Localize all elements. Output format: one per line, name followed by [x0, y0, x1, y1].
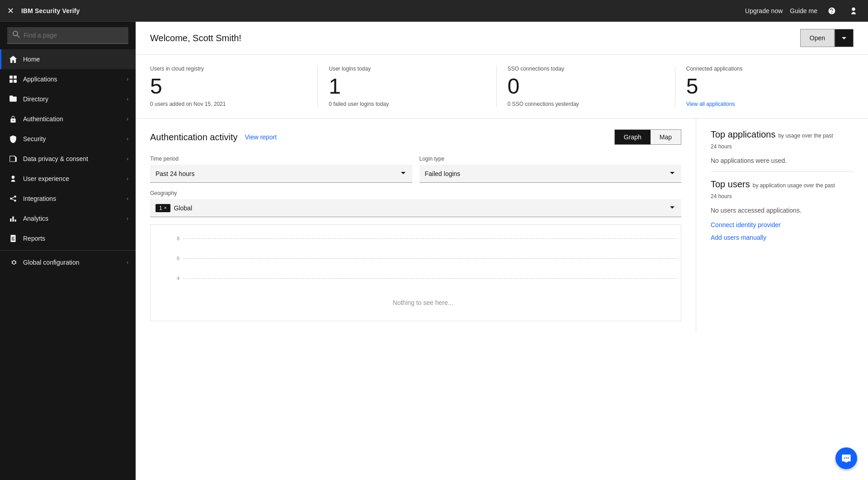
sidebar-item-global-config[interactable]: Global configuration ›: [0, 252, 136, 272]
search-input[interactable]: [24, 32, 123, 39]
stat-connected-apps-value: 5: [686, 76, 843, 97]
divider: [711, 171, 854, 172]
sidebar-item-authentication[interactable]: Authentication ›: [0, 109, 136, 129]
chevron-down-icon: ›: [127, 76, 128, 82]
graph-toggle-button[interactable]: Graph: [615, 130, 651, 144]
directory-icon: [9, 95, 18, 104]
geography-chevron: [669, 204, 676, 212]
sidebar-item-directory[interactable]: Directory ›: [0, 89, 136, 109]
svg-rect-1: [14, 76, 17, 79]
sidebar-item-integrations[interactable]: Integrations ›: [0, 189, 136, 209]
chevron-down-icon: ›: [127, 195, 128, 202]
login-type-filter: Login type Failed logins: [420, 156, 682, 183]
chart-gridline-4: 4: [169, 276, 677, 281]
auth-header: Authentication activity View report Grap…: [150, 129, 681, 145]
svg-point-4: [10, 198, 12, 200]
stat-users-cloud: Users in cloud registry 5 0 users added …: [150, 66, 318, 107]
stat-users-cloud-label: Users in cloud registry: [150, 66, 307, 72]
sidebar-item-reports[interactable]: Reports: [0, 228, 136, 248]
graph-map-toggle: Graph Map: [614, 129, 681, 145]
stat-users-cloud-value: 5: [150, 76, 307, 97]
connect-identity-provider-link[interactable]: Connect identity provider: [711, 221, 854, 228]
chevron-down-icon: ›: [127, 136, 128, 142]
top-users-subtitle-prefix: by application usage over the past: [753, 182, 835, 189]
stat-sso-connections: SSO connections today 0 0 SSO connection…: [508, 66, 675, 107]
view-report-link[interactable]: View report: [245, 133, 277, 141]
reports-icon: [9, 234, 18, 243]
chevron-down-icon: ›: [127, 96, 128, 102]
geography-tag: 1 ×: [156, 204, 170, 212]
geography-select[interactable]: 1 × Global: [150, 199, 681, 217]
nav-items: Home Applications › Directory › Authenti…: [0, 49, 136, 480]
svg-line-7: [12, 197, 14, 198]
stat-sso-sub: 0 SSO connections yesterday: [508, 101, 664, 107]
user-profile-button[interactable]: [846, 4, 861, 18]
applications-icon: [9, 75, 18, 84]
chevron-down-icon: ›: [127, 176, 128, 182]
sidebar-item-home[interactable]: Home: [0, 49, 136, 69]
sidebar-item-applications[interactable]: Applications ›: [0, 69, 136, 89]
dashboard-body: Authentication activity View report Grap…: [136, 119, 868, 332]
content-area: Welcome, Scott Smith! Open Users in clou…: [136, 22, 868, 480]
top-applications-section: Top applications by usage over the past …: [711, 129, 854, 164]
chart-area: 8 6 4 Nothing to see here...: [150, 224, 681, 321]
stat-user-logins-value: 1: [329, 76, 485, 97]
chat-fab[interactable]: [835, 447, 857, 469]
sidebar-header: ✕ IBM Security Verify: [0, 0, 136, 22]
upgrade-now-link[interactable]: Upgrade now: [745, 7, 783, 14]
login-type-select[interactable]: Failed logins: [420, 165, 682, 183]
top-users-subtitle-time: 24 hours: [711, 193, 854, 200]
map-toggle-button[interactable]: Map: [651, 130, 681, 144]
chart-empty-message: Nothing to see here...: [169, 295, 677, 314]
chevron-down-icon: ›: [127, 116, 128, 122]
stat-user-logins: User logins today 1 0 failed user logins…: [329, 66, 496, 107]
stats-row: Users in cloud registry 5 0 users added …: [136, 55, 868, 119]
user-experience-icon: [9, 174, 18, 183]
search-icon: [13, 31, 20, 40]
data-privacy-icon: [9, 154, 18, 163]
stat-user-logins-sub: 0 failed user logins today: [329, 101, 485, 107]
home-icon: [9, 55, 18, 64]
stat-connected-apps-sub: View all applications: [686, 101, 843, 107]
top-apps-title-row: Top applications by usage over the past: [711, 129, 854, 142]
guide-me-link[interactable]: Guide me: [790, 7, 817, 14]
svg-point-5: [14, 195, 16, 198]
welcome-actions: Open: [800, 29, 854, 47]
top-apps-no-data: No applications were used.: [711, 157, 854, 164]
stat-users-cloud-sub: 0 users added on Nov 15, 2021: [150, 101, 307, 107]
search-box[interactable]: [7, 27, 128, 44]
sidebar-item-user-experience[interactable]: User experience ›: [0, 169, 136, 189]
open-button[interactable]: Open: [800, 29, 835, 47]
geography-value: Global: [174, 204, 665, 212]
geography-tag-remove[interactable]: ×: [164, 205, 167, 210]
brand-name: IBM Security Verify: [21, 7, 80, 14]
sidebar-item-analytics[interactable]: Analytics ›: [0, 209, 136, 228]
time-period-select[interactable]: Past 24 hours: [150, 165, 412, 183]
global-config-icon: [9, 258, 18, 267]
main-area: Upgrade now Guide me Welcome, Scott Smit…: [136, 0, 868, 480]
help-button[interactable]: [825, 4, 839, 18]
sidebar-item-data-privacy[interactable]: Data privacy & consent ›: [0, 149, 136, 169]
svg-rect-2: [9, 80, 13, 83]
add-users-manually-link[interactable]: Add users manually: [711, 234, 854, 241]
login-type-label: Login type: [420, 156, 682, 162]
open-chevron-button[interactable]: [835, 29, 854, 47]
right-panel: Top applications by usage over the past …: [696, 119, 868, 332]
stat-connected-apps-label: Connected applications: [686, 66, 843, 72]
topbar: Upgrade now Guide me: [136, 0, 868, 22]
chevron-down-icon: ›: [127, 259, 128, 266]
geography-label: Geography: [150, 190, 681, 196]
view-all-applications-link[interactable]: View all applications: [686, 101, 735, 107]
login-type-chevron: [669, 169, 676, 178]
sidebar: ✕ IBM Security Verify Home Applications …: [0, 0, 136, 480]
chart-grid-dash: [183, 238, 677, 239]
chart-gridline-6: 6: [169, 256, 677, 261]
geography-filter: Geography 1 × Global: [150, 190, 681, 217]
authentication-icon: [9, 114, 18, 124]
chart-grid-dash: [183, 278, 677, 279]
close-icon[interactable]: ✕: [7, 6, 14, 16]
sidebar-item-security[interactable]: Security ›: [0, 129, 136, 149]
filters-row: Time period Past 24 hours Login type Fai…: [150, 156, 681, 183]
security-icon: [9, 134, 18, 143]
svg-rect-0: [9, 76, 13, 79]
